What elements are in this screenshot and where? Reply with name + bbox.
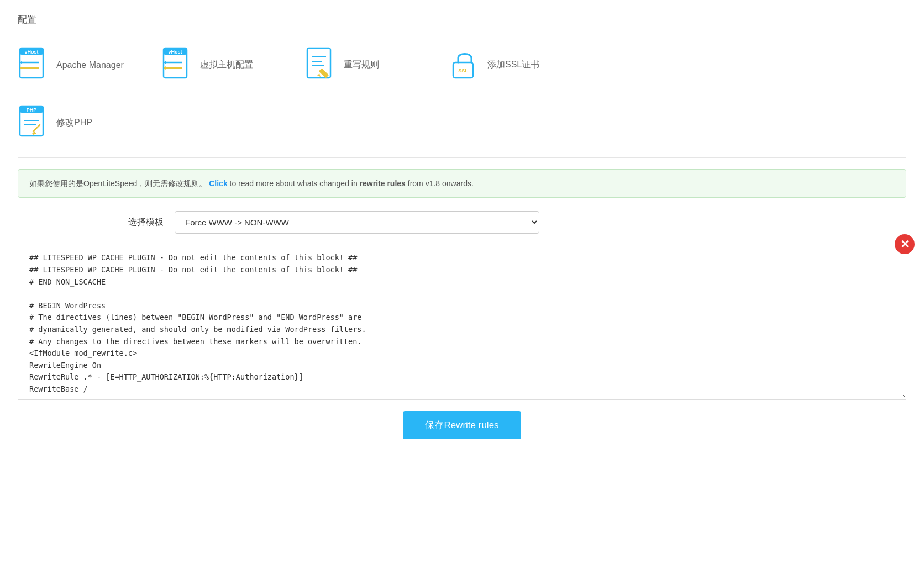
- save-button[interactable]: 保存Rewrite rules: [403, 411, 521, 439]
- template-label: 选择模板: [128, 217, 164, 228]
- info-banner: 如果您使用的是OpenLiteSpeed，则无需修改规则。 Click to r…: [18, 169, 906, 198]
- editor-container: ✕ ## LITESPEED WP CACHE PLUGIN - Do not …: [18, 243, 906, 400]
- template-row: 选择模板 Force WWW -> NON-WWW Force NON-WWW …: [128, 211, 906, 234]
- page-title: 配置: [18, 13, 906, 26]
- save-btn-row: 保存Rewrite rules: [18, 411, 906, 439]
- nav-item-apache-manager[interactable]: vHost Apache Manager: [18, 41, 128, 88]
- info-banner-text-middle: to read more about whats changed in: [230, 179, 360, 188]
- nav-item-modify-php[interactable]: PHP 修改PHP: [18, 99, 128, 146]
- nav-icons-row: vHost Apache Manager vHost: [18, 41, 906, 88]
- editor-wrapper: ✕ ## LITESPEED WP CACHE PLUGIN - Do not …: [18, 243, 906, 400]
- nav-item-rewrite-label: 重写规则: [344, 59, 379, 71]
- ssl-icon: SSL: [449, 47, 481, 83]
- info-banner-click-link[interactable]: Click: [209, 179, 227, 188]
- nav-item-rewrite-rules[interactable]: 重写规则: [305, 41, 416, 88]
- rewrite-icon: [305, 47, 337, 83]
- svg-text:vHost: vHost: [168, 49, 182, 55]
- vhost-icon-apache: vHost: [18, 47, 50, 83]
- template-select[interactable]: Force WWW -> NON-WWW Force NON-WWW -> WW…: [175, 211, 539, 234]
- nav-item-ssl-cert[interactable]: SSL 添加SSL证书: [449, 41, 559, 88]
- svg-text:PHP: PHP: [27, 107, 37, 113]
- nav-item-vhost-config-label: 虚拟主机配置: [200, 59, 253, 71]
- nav-item-vhost-config[interactable]: vHost 虚拟主机配置: [161, 41, 272, 88]
- info-banner-text-before: 如果您使用的是OpenLiteSpeed，则无需修改规则。: [29, 179, 207, 188]
- divider: [18, 157, 906, 158]
- info-banner-bold-text: rewrite rules: [360, 179, 406, 188]
- info-banner-text-after: from v1.8 onwards.: [408, 179, 474, 188]
- nav-item-php-label: 修改PHP: [56, 117, 92, 129]
- close-button[interactable]: ✕: [895, 234, 915, 254]
- svg-text:vHost: vHost: [24, 49, 38, 55]
- php-icon: PHP: [18, 105, 50, 141]
- nav-icons-row-2: PHP 修改PHP: [18, 99, 906, 146]
- nav-item-apache-manager-label: Apache Manager: [56, 60, 124, 70]
- svg-text:SSL: SSL: [458, 68, 468, 73]
- nav-item-ssl-label: 添加SSL证书: [487, 59, 539, 71]
- vhost-icon-config: vHost: [161, 47, 193, 83]
- editor-textarea[interactable]: ## LITESPEED WP CACHE PLUGIN - Do not ed…: [18, 243, 906, 398]
